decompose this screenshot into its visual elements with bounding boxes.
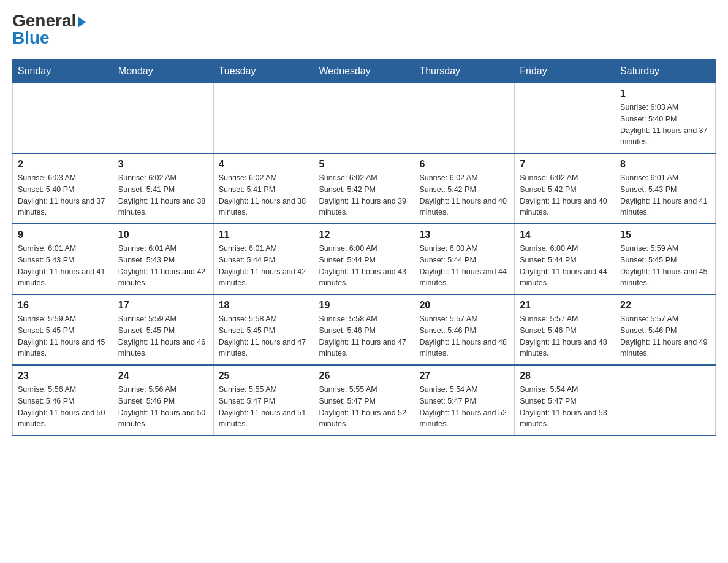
calendar-header-monday: Monday [113,59,213,83]
calendar-cell [414,83,515,154]
calendar-cell: 23Sunrise: 5:56 AMSunset: 5:46 PMDayligh… [13,365,113,435]
day-info: Sunrise: 6:03 AMSunset: 5:40 PMDaylight:… [620,102,710,148]
day-number: 14 [520,229,610,240]
calendar-cell: 27Sunrise: 5:54 AMSunset: 5:47 PMDayligh… [414,365,515,435]
calendar-week-row: 16Sunrise: 5:59 AMSunset: 5:45 PMDayligh… [13,294,716,365]
day-info: Sunrise: 5:59 AMSunset: 5:45 PMDaylight:… [620,243,710,289]
calendar-cell: 25Sunrise: 5:55 AMSunset: 5:47 PMDayligh… [213,365,314,435]
calendar-table: SundayMondayTuesdayWednesdayThursdayFrid… [12,59,716,436]
day-info: Sunrise: 5:59 AMSunset: 5:45 PMDaylight:… [18,313,108,359]
calendar-cell [213,83,314,154]
day-number: 8 [620,159,710,170]
day-number: 4 [219,159,309,170]
calendar-cell [13,83,113,154]
calendar-cell: 16Sunrise: 5:59 AMSunset: 5:45 PMDayligh… [13,294,113,365]
day-info: Sunrise: 5:58 AMSunset: 5:46 PMDaylight:… [319,313,409,359]
page-header: General Blue [12,12,716,47]
calendar-cell: 3Sunrise: 6:02 AMSunset: 5:41 PMDaylight… [113,153,213,224]
day-number: 7 [520,159,610,170]
calendar-cell: 1Sunrise: 6:03 AMSunset: 5:40 PMDaylight… [615,83,716,154]
calendar-cell: 26Sunrise: 5:55 AMSunset: 5:47 PMDayligh… [314,365,414,435]
day-info: Sunrise: 6:00 AMSunset: 5:44 PMDaylight:… [319,243,409,289]
calendar-week-row: 1Sunrise: 6:03 AMSunset: 5:40 PMDaylight… [13,83,716,154]
calendar-cell: 17Sunrise: 5:59 AMSunset: 5:45 PMDayligh… [113,294,213,365]
day-number: 18 [219,300,309,311]
day-number: 1 [620,88,710,99]
day-number: 22 [620,300,710,311]
day-number: 12 [319,229,409,240]
calendar-header-thursday: Thursday [414,59,515,83]
day-info: Sunrise: 6:02 AMSunset: 5:42 PMDaylight:… [319,172,409,218]
day-number: 3 [118,159,208,170]
day-info: Sunrise: 5:57 AMSunset: 5:46 PMDaylight:… [620,313,710,359]
calendar-cell: 6Sunrise: 6:02 AMSunset: 5:42 PMDaylight… [414,153,515,224]
calendar-cell: 24Sunrise: 5:56 AMSunset: 5:46 PMDayligh… [113,365,213,435]
calendar-header-tuesday: Tuesday [213,59,314,83]
calendar-cell [113,83,213,154]
calendar-cell [615,365,716,435]
calendar-cell: 8Sunrise: 6:01 AMSunset: 5:43 PMDaylight… [615,153,716,224]
day-number: 11 [219,229,309,240]
calendar-cell: 10Sunrise: 6:01 AMSunset: 5:43 PMDayligh… [113,224,213,294]
day-number: 28 [520,370,610,381]
calendar-cell: 14Sunrise: 6:00 AMSunset: 5:44 PMDayligh… [515,224,615,294]
calendar-cell: 20Sunrise: 5:57 AMSunset: 5:46 PMDayligh… [414,294,515,365]
day-info: Sunrise: 5:54 AMSunset: 5:47 PMDaylight:… [419,384,509,430]
day-number: 24 [118,370,208,381]
calendar-week-row: 9Sunrise: 6:01 AMSunset: 5:43 PMDaylight… [13,224,716,294]
day-info: Sunrise: 5:56 AMSunset: 5:46 PMDaylight:… [18,384,108,430]
calendar-cell [314,83,414,154]
day-number: 9 [18,229,108,240]
calendar-cell: 9Sunrise: 6:01 AMSunset: 5:43 PMDaylight… [13,224,113,294]
calendar-cell: 7Sunrise: 6:02 AMSunset: 5:42 PMDaylight… [515,153,615,224]
day-number: 16 [18,300,108,311]
calendar-cell: 18Sunrise: 5:58 AMSunset: 5:45 PMDayligh… [213,294,314,365]
day-info: Sunrise: 5:55 AMSunset: 5:47 PMDaylight:… [319,384,409,430]
calendar-week-row: 23Sunrise: 5:56 AMSunset: 5:46 PMDayligh… [13,365,716,435]
day-info: Sunrise: 5:58 AMSunset: 5:45 PMDaylight:… [219,313,309,359]
calendar-cell: 2Sunrise: 6:03 AMSunset: 5:40 PMDaylight… [13,153,113,224]
logo-arrow-icon [78,17,86,28]
calendar-cell: 12Sunrise: 6:00 AMSunset: 5:44 PMDayligh… [314,224,414,294]
day-info: Sunrise: 6:00 AMSunset: 5:44 PMDaylight:… [419,243,509,289]
day-number: 2 [18,159,108,170]
day-number: 10 [118,229,208,240]
calendar-cell: 28Sunrise: 5:54 AMSunset: 5:47 PMDayligh… [515,365,615,435]
calendar-cell: 21Sunrise: 5:57 AMSunset: 5:46 PMDayligh… [515,294,615,365]
day-info: Sunrise: 5:56 AMSunset: 5:46 PMDaylight:… [118,384,208,430]
day-info: Sunrise: 6:01 AMSunset: 5:43 PMDaylight:… [118,243,208,289]
logo: General Blue [12,12,86,47]
calendar-cell: 19Sunrise: 5:58 AMSunset: 5:46 PMDayligh… [314,294,414,365]
day-number: 17 [118,300,208,311]
calendar-cell: 5Sunrise: 6:02 AMSunset: 5:42 PMDaylight… [314,153,414,224]
day-number: 13 [419,229,509,240]
day-number: 19 [319,300,409,311]
calendar-cell: 15Sunrise: 5:59 AMSunset: 5:45 PMDayligh… [615,224,716,294]
day-info: Sunrise: 6:01 AMSunset: 5:43 PMDaylight:… [620,172,710,218]
calendar-cell: 4Sunrise: 6:02 AMSunset: 5:41 PMDaylight… [213,153,314,224]
day-info: Sunrise: 5:57 AMSunset: 5:46 PMDaylight:… [419,313,509,359]
calendar-header-saturday: Saturday [615,59,716,83]
day-info: Sunrise: 6:03 AMSunset: 5:40 PMDaylight:… [18,172,108,218]
day-info: Sunrise: 5:54 AMSunset: 5:47 PMDaylight:… [520,384,610,430]
day-info: Sunrise: 6:01 AMSunset: 5:43 PMDaylight:… [18,243,108,289]
day-number: 5 [319,159,409,170]
logo-blue-text: Blue [12,29,50,47]
day-number: 25 [219,370,309,381]
day-number: 23 [18,370,108,381]
calendar-cell [515,83,615,154]
calendar-week-row: 2Sunrise: 6:03 AMSunset: 5:40 PMDaylight… [13,153,716,224]
day-info: Sunrise: 6:00 AMSunset: 5:44 PMDaylight:… [520,243,610,289]
calendar-cell: 11Sunrise: 6:01 AMSunset: 5:44 PMDayligh… [213,224,314,294]
day-info: Sunrise: 6:02 AMSunset: 5:42 PMDaylight:… [520,172,610,218]
calendar-cell: 22Sunrise: 5:57 AMSunset: 5:46 PMDayligh… [615,294,716,365]
day-number: 15 [620,229,710,240]
calendar-header-friday: Friday [515,59,615,83]
day-number: 20 [419,300,509,311]
day-info: Sunrise: 6:01 AMSunset: 5:44 PMDaylight:… [219,243,309,289]
day-info: Sunrise: 6:02 AMSunset: 5:42 PMDaylight:… [419,172,509,218]
day-number: 27 [419,370,509,381]
calendar-header-row: SundayMondayTuesdayWednesdayThursdayFrid… [13,59,716,83]
day-info: Sunrise: 5:57 AMSunset: 5:46 PMDaylight:… [520,313,610,359]
day-number: 26 [319,370,409,381]
